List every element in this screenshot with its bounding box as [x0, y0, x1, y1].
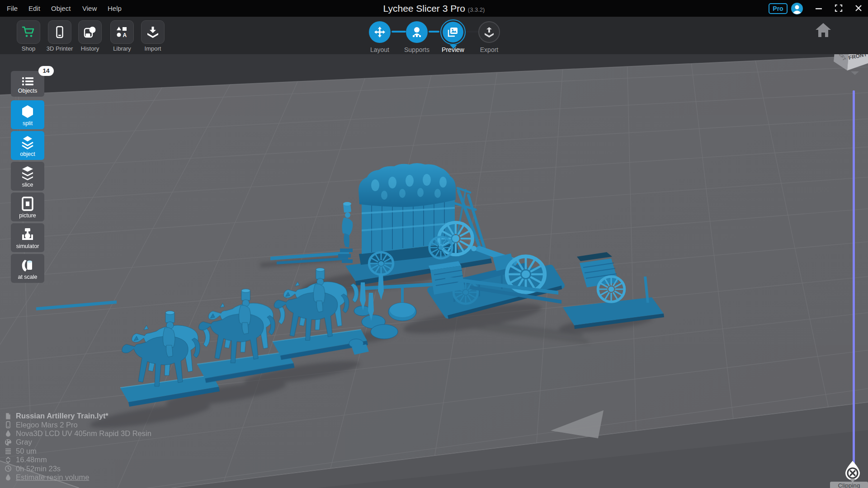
file-name: Russian Artillery Train.lyt* [16, 412, 108, 420]
step-layout[interactable] [369, 21, 391, 43]
objects-count-badge: 14 [38, 66, 54, 76]
model-height: 16.48mm [16, 455, 47, 464]
home-view-button[interactable] [814, 21, 833, 40]
user-avatar-icon[interactable] [791, 3, 803, 14]
object-icon [20, 135, 35, 150]
tool-split-label: split [23, 120, 33, 127]
step-preview[interactable] [443, 22, 463, 42]
pro-badge[interactable]: Pro [769, 3, 788, 14]
import-button[interactable] [141, 20, 165, 44]
layer-height: 50 um [16, 447, 37, 455]
resin-icon [5, 430, 12, 437]
at-scale-icon [20, 258, 35, 272]
tool-simulator[interactable]: simulator [11, 223, 44, 252]
history-button[interactable] [78, 20, 102, 44]
resin-name: Nova3D LCD UV 405nm Rapid 3D Resin [16, 429, 151, 438]
printer-name: Elegoo Mars 2 Pro [16, 421, 78, 429]
step-supports[interactable] [406, 21, 428, 43]
maximize-button[interactable] [832, 2, 845, 14]
3d-printer-button[interactable] [48, 20, 71, 44]
app-version: (3.3.2) [468, 6, 485, 13]
volume-icon [5, 474, 12, 481]
printer-icon [5, 421, 12, 428]
tool-split[interactable]: split [11, 100, 44, 129]
import-icon [146, 25, 160, 39]
tool-slice-label: slice [22, 182, 33, 188]
simulator-icon [20, 227, 35, 242]
library-button[interactable]: A [110, 20, 134, 44]
preview-icon [447, 26, 459, 38]
cube-dropdown-arrow[interactable] [851, 71, 859, 75]
move-icon [374, 26, 386, 38]
tool-object[interactable]: object [11, 131, 44, 160]
print-time: 0h 52min 23s [16, 465, 61, 473]
slice-icon [20, 166, 35, 180]
step-export-label: Export [467, 46, 512, 53]
tool-object-label: object [20, 151, 35, 157]
objects-list-icon [22, 76, 33, 86]
tool-picture-label: picture [19, 212, 36, 219]
model-height-icon [5, 456, 12, 464]
picture-icon [22, 197, 33, 211]
printer-icon [53, 25, 66, 39]
title-bar: File Edit Object View Help Lychee Slicer… [0, 0, 868, 17]
clipping-slider[interactable] [853, 90, 855, 464]
tool-simulator-label: simulator [16, 243, 39, 249]
tool-at-scale-label: at scale [18, 274, 37, 280]
library-icon: A [115, 25, 129, 39]
export-icon [483, 26, 495, 38]
tool-picture[interactable]: picture [11, 192, 44, 221]
history-icon [83, 25, 97, 39]
estimate-resin-volume-link[interactable]: Estimate resin volume [16, 473, 89, 482]
print-summary: Russian Artillery Train.lyt* Elegoo Mars… [5, 412, 151, 482]
objects-button[interactable]: Objects [11, 71, 44, 97]
cart-icon [22, 25, 35, 39]
tool-slice[interactable]: slice [11, 162, 44, 191]
print-time-icon [5, 465, 12, 472]
clipping-toggle-button[interactable] [842, 460, 863, 483]
clipping-tooltip: Clipping [830, 482, 868, 488]
layer-height-icon [5, 447, 12, 455]
resin-color: Gray [16, 438, 32, 446]
step-export[interactable] [478, 21, 500, 43]
svg-text:A: A [123, 32, 127, 38]
shop-button[interactable] [17, 20, 40, 44]
split-icon [21, 104, 34, 119]
main-toolbar: A Shop 3D Printer History Library Import [0, 17, 868, 54]
objects-label: Objects [18, 88, 37, 94]
file-icon [5, 413, 12, 420]
tool-at-scale[interactable]: at scale [11, 254, 44, 283]
import-label: Import [132, 45, 173, 52]
close-button[interactable] [852, 2, 865, 14]
minimize-button[interactable] [812, 2, 826, 14]
color-icon [5, 439, 12, 446]
supports-icon [411, 26, 423, 38]
app-title: Lychee Slicer 3 Pro(3.3.2) [0, 0, 868, 17]
